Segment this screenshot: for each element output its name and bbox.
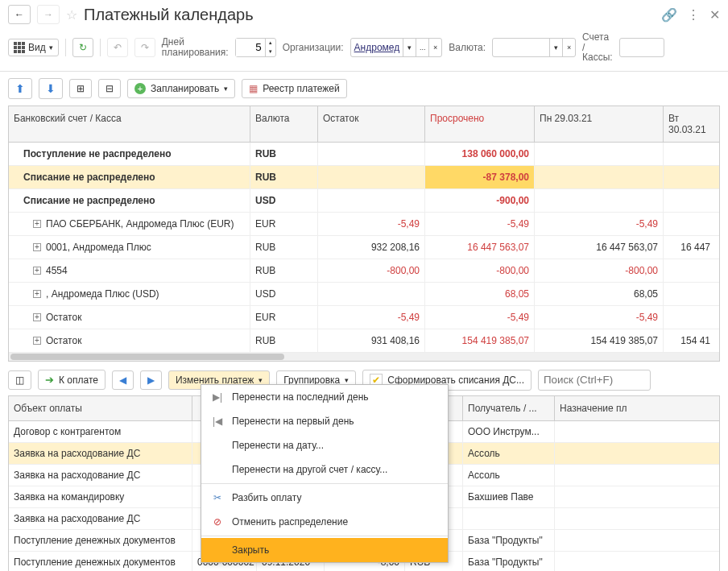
menu-item[interactable]: Перенести на другой счет / кассу...	[201, 457, 448, 482]
table-row[interactable]: +0001, Андромеда ПлюсRUB932 208,1616 447…	[9, 236, 719, 259]
table-row[interactable]: +4554RUB-800,00-800,00-800,00	[9, 259, 719, 283]
prev-button[interactable]: ◀	[112, 370, 134, 390]
expand-toggle[interactable]: +	[33, 313, 41, 321]
collapse-icon: ⊟	[105, 83, 114, 94]
registry-button[interactable]: ▦ Реестр платежей	[242, 79, 347, 98]
favorite-icon[interactable]: ☆	[66, 7, 77, 23]
menu-icon: ✂	[211, 492, 224, 503]
menu-item[interactable]: Перенести на дату...	[201, 433, 448, 457]
more-icon[interactable]: ⋮	[687, 7, 700, 23]
menu-item[interactable]: ⊘Отменить распределение	[201, 510, 448, 534]
table-row[interactable]: Списание не распределеноRUB-87 378,00	[9, 166, 719, 189]
org-combo[interactable]: Андромед ▾ ... ×	[350, 38, 443, 57]
expand-toggle[interactable]: +	[33, 243, 41, 251]
table-row[interactable]: +ОстатокEUR-5,49-5,49-5,49	[9, 306, 719, 329]
to-pay-button[interactable]: ➔К оплате	[38, 370, 105, 390]
expand-icon: ⊞	[77, 83, 85, 94]
search-input[interactable]	[538, 370, 651, 391]
next-button[interactable]: ▶	[140, 370, 162, 390]
move-down-button[interactable]: ⬇	[39, 78, 63, 99]
menu-item[interactable]: ▶|Перенести на последний день	[201, 385, 448, 409]
back-button[interactable]: ←	[8, 5, 31, 24]
view-button[interactable]: Вид ▾	[8, 39, 59, 56]
table-row[interactable]: Списание не распределеноUSD-900,00	[9, 189, 719, 213]
menu-icon: |◀	[211, 416, 224, 427]
forward-button[interactable]: →	[37, 5, 60, 24]
table-row[interactable]: +, Андромеда Плюс (USD)USD68,0568,05	[9, 283, 719, 306]
horizontal-scrollbar[interactable]	[9, 353, 719, 361]
menu-item[interactable]: ✂Разбить оплату	[201, 486, 448, 510]
triangle-right-icon: ▶	[147, 374, 155, 386]
expand-toggle[interactable]: +	[33, 290, 41, 298]
grid-icon	[14, 42, 25, 53]
refresh-button[interactable]: ↻	[72, 38, 93, 57]
link-icon[interactable]: 🔗	[661, 7, 677, 23]
page-title: Платежный календарь	[84, 6, 655, 24]
accounts-input[interactable]	[619, 38, 664, 57]
move-up-button[interactable]: ⬆	[8, 78, 32, 99]
collapse-button[interactable]: ⊟	[98, 79, 121, 98]
triangle-left-icon: ◀	[119, 374, 126, 386]
form-icon: ◫	[15, 374, 24, 386]
registry-icon: ▦	[249, 83, 258, 94]
table-row[interactable]: +ПАО СБЕРБАНК, Андромеда Плюс (EUR)EUR-5…	[9, 213, 719, 236]
currency-combo[interactable]: ▾ ×	[492, 38, 576, 57]
main-table-header: Банковский счет / Касса Валюта Остаток П…	[9, 106, 719, 143]
main-table: Банковский счет / Касса Валюта Остаток П…	[8, 106, 720, 362]
menu-item[interactable]: Закрыть	[201, 538, 448, 562]
menu-icon: ▶|	[211, 391, 224, 403]
table-row[interactable]: +ОстатокRUB931 408,16154 419 385,07154 4…	[9, 329, 719, 353]
days-input[interactable]	[236, 39, 265, 56]
change-payment-menu: ▶|Перенести на последний день|◀Перенести…	[201, 384, 449, 563]
menu-item[interactable]: |◀Перенести на первый день	[201, 409, 448, 433]
toggle-form-button[interactable]: ◫	[8, 370, 31, 390]
table-row[interactable]: Поступление не распределеноRUB138 060 00…	[9, 143, 719, 166]
plus-icon: +	[134, 83, 146, 94]
redo-button[interactable]: ↷	[134, 38, 155, 57]
arrow-up-icon: ⬆	[15, 82, 25, 95]
undo-button[interactable]: ↶	[107, 38, 128, 57]
expand-toggle[interactable]: +	[33, 337, 41, 345]
menu-icon: ⊘	[211, 516, 224, 528]
days-spinner[interactable]: ▲▼	[235, 38, 276, 57]
arrow-down-icon: ⬇	[46, 82, 56, 95]
close-icon[interactable]: ✕	[709, 7, 720, 23]
plan-button[interactable]: + Запланировать ▾	[127, 79, 235, 98]
expand-toggle[interactable]: +	[33, 220, 41, 228]
arrow-right-icon: ➔	[45, 374, 54, 386]
expand-toggle[interactable]: +	[33, 267, 41, 275]
expand-button[interactable]: ⊞	[69, 79, 92, 98]
